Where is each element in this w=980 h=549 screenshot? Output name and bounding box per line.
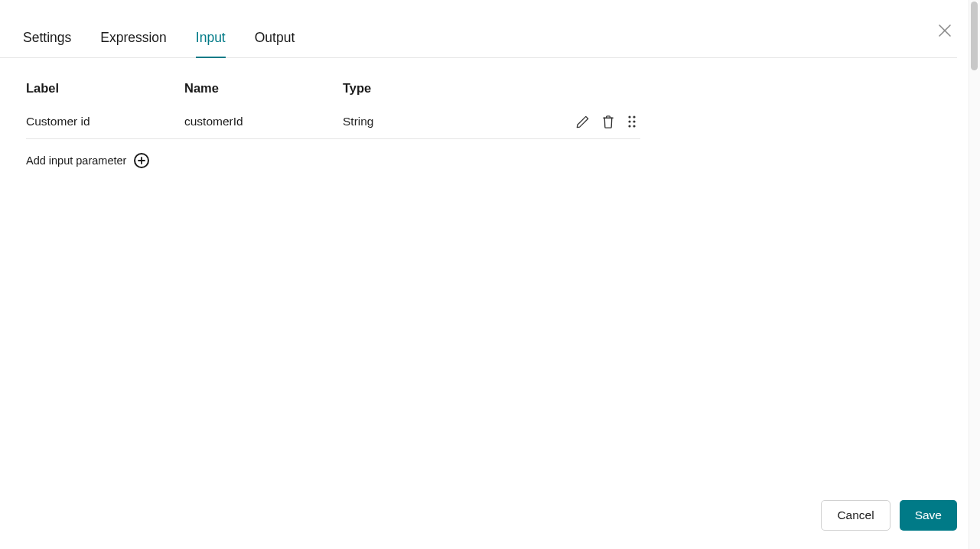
svg-point-7	[633, 125, 635, 127]
drag-icon	[627, 115, 637, 128]
table-row: Customer id customerId String	[26, 106, 640, 139]
row-type: String	[343, 115, 557, 128]
row-label: Customer id	[26, 115, 184, 128]
pencil-icon	[575, 115, 590, 129]
delete-button[interactable]	[601, 114, 616, 129]
cancel-button[interactable]: Cancel	[821, 500, 890, 531]
plus-icon	[134, 153, 149, 168]
tab-settings[interactable]: Settings	[23, 30, 71, 58]
table-header: Label Name Type	[26, 81, 640, 106]
trash-icon	[601, 115, 615, 129]
row-actions	[575, 114, 640, 129]
row-name: customerId	[184, 115, 343, 128]
close-button[interactable]	[936, 21, 954, 40]
svg-point-4	[628, 120, 630, 122]
close-icon	[938, 24, 952, 37]
add-input-parameter[interactable]: Add input parameter	[26, 139, 640, 168]
svg-point-2	[628, 115, 630, 118]
svg-point-3	[633, 115, 635, 118]
scrollbar-thumb[interactable]	[971, 2, 978, 70]
header-label: Label	[26, 81, 184, 96]
edit-button[interactable]	[575, 114, 590, 129]
header-type: Type	[343, 81, 640, 96]
tab-input[interactable]: Input	[196, 30, 226, 58]
input-table: Label Name Type Customer id customerId S…	[26, 81, 640, 168]
header-name: Name	[184, 81, 343, 96]
svg-point-6	[628, 125, 630, 127]
tab-output[interactable]: Output	[255, 30, 295, 58]
add-label: Add input parameter	[26, 154, 126, 167]
content-area: Label Name Type Customer id customerId S…	[0, 58, 980, 168]
tab-bar: Settings Expression Input Output	[0, 0, 957, 58]
scrollbar-track[interactable]	[969, 0, 980, 549]
footer-actions: Cancel Save	[821, 500, 957, 531]
drag-handle[interactable]	[627, 114, 637, 129]
save-button[interactable]: Save	[900, 500, 957, 531]
tab-expression[interactable]: Expression	[100, 30, 167, 58]
svg-point-5	[633, 120, 635, 122]
